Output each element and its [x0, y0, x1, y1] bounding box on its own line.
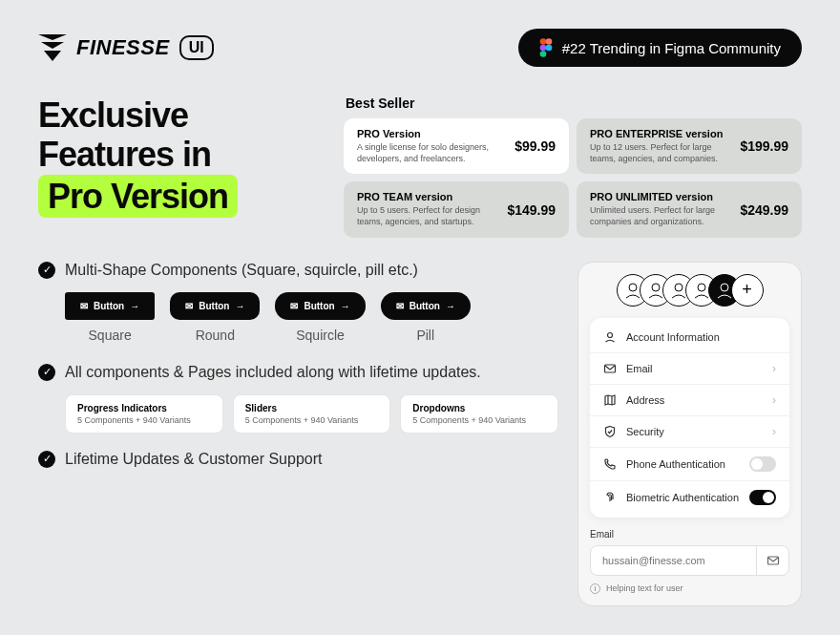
- figma-icon: [539, 38, 553, 57]
- stat-card-dropdowns: Dropdowns 5 Components + 940 Variants: [400, 394, 558, 434]
- user-icon: [603, 330, 617, 344]
- stat-title: Dropdowns: [412, 403, 546, 413]
- map-icon: [603, 393, 617, 407]
- menu-item-security[interactable]: Security ›: [590, 416, 789, 448]
- stat-sub: 5 Components + 940 Variants: [77, 415, 211, 425]
- arrow-right-icon: →: [341, 301, 350, 311]
- price-title: PRO UNLIMITED version: [590, 191, 730, 202]
- svg-marker-1: [41, 42, 64, 49]
- phone-icon: [603, 457, 617, 471]
- shield-icon: [603, 425, 617, 438]
- menu-label: Account Information: [626, 331, 776, 343]
- best-seller-label: Best Seller: [346, 95, 802, 111]
- chevron-right-icon: ›: [772, 425, 776, 438]
- check-icon: ✓: [38, 364, 55, 381]
- add-avatar-button[interactable]: +: [731, 274, 764, 307]
- price-card-pro[interactable]: PRO Version A single license for solo de…: [344, 118, 569, 174]
- sample-button-round[interactable]: ✉ Button →: [170, 292, 260, 320]
- mail-icon: ✉: [290, 301, 298, 311]
- menu-item-email[interactable]: Email ›: [590, 353, 789, 385]
- price-title: PRO TEAM version: [357, 191, 497, 202]
- price-value: $149.99: [507, 202, 556, 218]
- svg-point-13: [608, 332, 613, 337]
- logo-mark-icon: [38, 34, 67, 61]
- fingerprint-icon: [603, 491, 617, 504]
- menu-item-account[interactable]: Account Information: [590, 322, 789, 353]
- svg-point-12: [721, 284, 728, 291]
- arrow-right-icon: →: [130, 301, 139, 311]
- price-value: $249.99: [740, 202, 788, 218]
- stat-sub: 5 Components + 940 Variants: [412, 415, 546, 425]
- price-card-enterprise[interactable]: PRO ENTERPRISE version Up to 12 users. P…: [577, 118, 802, 174]
- headline-highlight: Pro Version: [38, 175, 238, 218]
- feature-components: All components & Pages included along wi…: [65, 364, 481, 381]
- svg-point-4: [545, 38, 552, 45]
- menu-item-phone-auth[interactable]: Phone Authentication: [590, 448, 789, 481]
- toggle-phone-auth[interactable]: [749, 456, 776, 472]
- headline-line2: Features in: [38, 135, 211, 174]
- menu-label: Phone Authentication: [626, 458, 740, 470]
- menu-label: Address: [626, 394, 763, 406]
- mail-icon: ✉: [80, 301, 88, 311]
- mail-icon: ✉: [185, 301, 193, 311]
- svg-point-8: [629, 284, 637, 291]
- check-icon: ✓: [38, 262, 55, 279]
- menu-label: Biometric Authentication: [626, 492, 740, 503]
- price-card-unlimited[interactable]: PRO UNLIMITED version Unlimited users. P…: [577, 181, 802, 237]
- shape-label: Round: [196, 328, 235, 343]
- svg-point-7: [539, 51, 546, 57]
- price-title: PRO Version: [357, 128, 505, 139]
- menu-item-biometric[interactable]: Biometric Authentication: [590, 481, 789, 514]
- email-label: Email: [590, 529, 789, 540]
- chevron-right-icon: ›: [772, 362, 776, 375]
- price-desc: A single license for solo designers, dev…: [357, 142, 505, 164]
- headline: Exclusive Features in Pro Version: [38, 95, 315, 238]
- svg-marker-2: [44, 51, 61, 61]
- price-value: $199.99: [740, 138, 788, 154]
- email-input[interactable]: [591, 546, 756, 575]
- brand-name: FINESSE: [76, 35, 170, 60]
- chevron-right-icon: ›: [772, 393, 776, 407]
- sample-button-pill[interactable]: ✉ Button →: [381, 292, 471, 320]
- arrow-right-icon: →: [235, 301, 244, 311]
- mail-icon[interactable]: [756, 546, 788, 575]
- brand-logo: FINESSE UI: [38, 34, 214, 61]
- svg-point-9: [652, 284, 660, 291]
- feature-support: Lifetime Updates & Customer Support: [65, 451, 322, 468]
- avatar-row: +: [590, 274, 789, 307]
- svg-point-10: [675, 284, 682, 291]
- price-title: PRO ENTERPRISE version: [590, 128, 730, 139]
- trending-text: #22 Trending in Figma Community: [562, 40, 781, 56]
- sample-button-square[interactable]: ✉ Button →: [65, 292, 155, 320]
- menu-label: Email: [626, 363, 763, 374]
- feature-shapes: Multi-Shape Components (Square, squircle…: [65, 262, 418, 279]
- price-desc: Up to 5 users. Perfect for design teams,…: [357, 205, 497, 227]
- shape-label: Squircle: [296, 328, 345, 343]
- svg-point-3: [539, 38, 546, 45]
- stat-card-sliders: Sliders 5 Components + 940 Variants: [233, 394, 391, 434]
- mail-icon: ✉: [396, 301, 404, 311]
- check-icon: ✓: [38, 451, 55, 468]
- stat-sub: 5 Components + 940 Variants: [245, 415, 379, 425]
- svg-point-11: [698, 284, 705, 291]
- settings-preview-panel: + Account Information Email › Address › …: [578, 262, 802, 606]
- help-text: Helping text for user: [606, 583, 683, 593]
- price-desc: Up to 12 users. Perfect for large teams,…: [590, 142, 730, 164]
- sample-button-squircle[interactable]: ✉ Button →: [275, 292, 365, 320]
- stat-title: Sliders: [245, 403, 379, 413]
- stat-card-progress: Progress Indicators 5 Components + 940 V…: [65, 394, 223, 434]
- price-card-team[interactable]: PRO TEAM version Up to 5 users. Perfect …: [344, 181, 569, 237]
- headline-line1: Exclusive: [38, 95, 188, 135]
- shape-label: Square: [89, 328, 132, 343]
- svg-marker-0: [38, 34, 67, 40]
- shape-label: Pill: [416, 328, 434, 343]
- trending-badge: #22 Trending in Figma Community: [518, 29, 802, 67]
- menu-item-address[interactable]: Address ›: [590, 385, 789, 416]
- price-value: $99.99: [514, 138, 556, 154]
- svg-point-6: [545, 45, 552, 52]
- stat-title: Progress Indicators: [77, 403, 211, 413]
- svg-point-5: [539, 45, 546, 52]
- arrow-right-icon: →: [446, 301, 455, 311]
- info-icon: i: [590, 583, 600, 594]
- toggle-biometric[interactable]: [749, 490, 776, 505]
